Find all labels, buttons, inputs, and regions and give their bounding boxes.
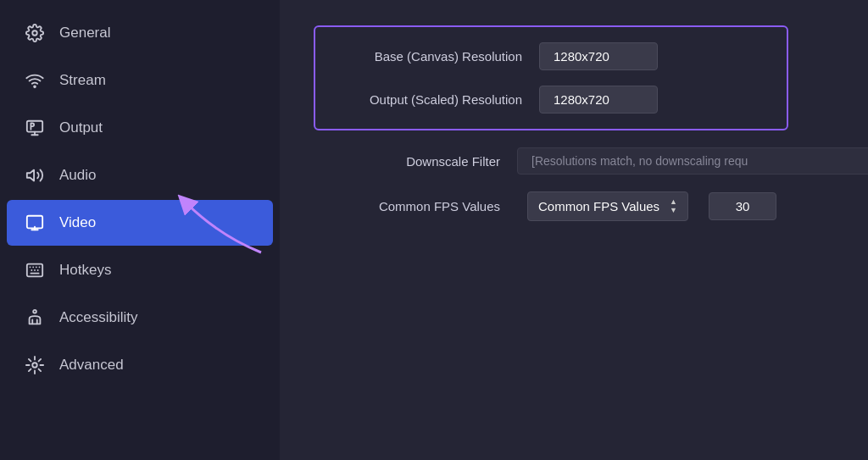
- sidebar-item-label: Audio: [59, 167, 96, 184]
- sidebar-item-audio[interactable]: Audio: [0, 152, 280, 198]
- sidebar-item-video[interactable]: Video: [7, 200, 273, 246]
- fps-label: Common FPS Values: [314, 199, 517, 213]
- output-resolution-input[interactable]: 1280x720: [539, 86, 658, 114]
- sidebar-item-label: Advanced: [59, 357, 124, 374]
- gear-icon: [24, 22, 46, 44]
- sidebar-item-label: General: [59, 25, 110, 42]
- accessibility-icon: [24, 307, 46, 329]
- main-content: Base (Canvas) Resolution 1280x720 Output…: [280, 0, 868, 460]
- output-resolution-label: Output (Scaled) Resolution: [336, 92, 539, 107]
- downscale-filter-row: Downscale Filter [Resolutions match, no …: [314, 147, 868, 175]
- svg-point-0: [32, 30, 37, 36]
- svg-marker-3: [27, 170, 34, 181]
- sidebar-item-stream[interactable]: Stream: [0, 58, 280, 103]
- base-resolution-row: Base (Canvas) Resolution 1280x720: [336, 42, 766, 70]
- fps-dropdown[interactable]: Common FPS Values ▲ ▼: [527, 191, 688, 221]
- sidebar: General Stream: [0, 0, 280, 460]
- downscale-filter-value: [Resolutions match, no downscaling requ: [517, 147, 868, 175]
- sidebar-item-general[interactable]: General: [0, 10, 280, 56]
- downscale-filter-label: Downscale Filter: [314, 154, 517, 169]
- sidebar-item-output[interactable]: Output: [0, 105, 280, 151]
- fps-value[interactable]: 30: [709, 192, 776, 220]
- resolution-box: Base (Canvas) Resolution 1280x720 Output…: [314, 25, 788, 130]
- hotkeys-icon: [24, 259, 46, 281]
- base-resolution-label: Base (Canvas) Resolution: [336, 49, 539, 64]
- output-icon: [24, 117, 46, 139]
- sidebar-item-label: Video: [59, 214, 96, 231]
- audio-icon: [24, 164, 46, 186]
- app-window: General Stream: [0, 0, 868, 460]
- base-resolution-input[interactable]: 1280x720: [539, 42, 658, 70]
- sidebar-item-accessibility[interactable]: Accessibility: [0, 295, 280, 341]
- sidebar-item-hotkeys[interactable]: Hotkeys: [0, 247, 280, 293]
- svg-rect-2: [27, 121, 42, 132]
- sidebar-item-label: Output: [59, 119, 103, 136]
- fps-row: Common FPS Values Common FPS Values ▲ ▼ …: [314, 191, 868, 221]
- sidebar-item-label: Hotkeys: [59, 262, 111, 279]
- svg-point-6: [33, 310, 36, 313]
- fps-dropdown-label: Common FPS Values: [538, 199, 659, 213]
- svg-point-7: [32, 363, 37, 368]
- stream-icon: [24, 69, 46, 91]
- sidebar-item-label: Stream: [59, 72, 106, 89]
- fps-spinner-icon: ▲ ▼: [670, 198, 677, 214]
- advanced-icon: [24, 354, 46, 376]
- sidebar-item-advanced[interactable]: Advanced: [0, 342, 280, 388]
- output-resolution-row: Output (Scaled) Resolution 1280x720: [336, 86, 766, 114]
- svg-point-1: [34, 86, 36, 87]
- sidebar-item-label: Accessibility: [59, 309, 138, 326]
- video-icon: [24, 212, 46, 234]
